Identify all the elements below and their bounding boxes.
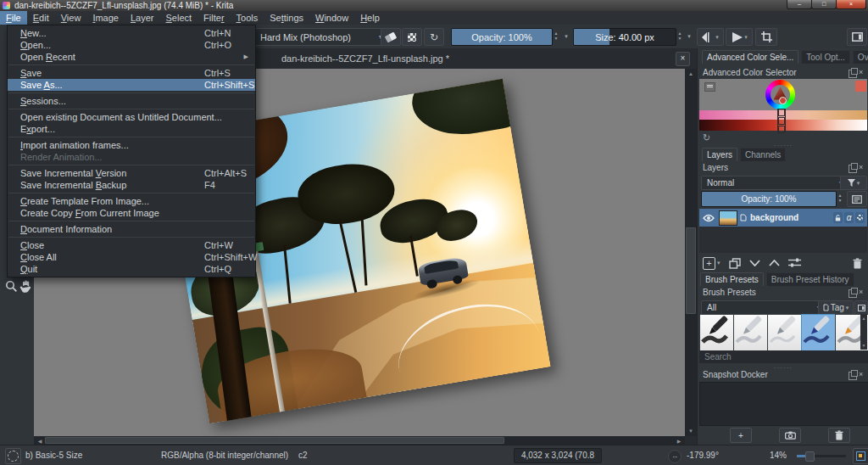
brush-preset-pen-ink-blue[interactable] [801, 314, 837, 351]
blend-mode-dropdown[interactable]: Hard Mix (Photoshop) ▾ [254, 28, 387, 46]
layer-options-button[interactable] [847, 191, 867, 207]
opacity-spinner[interactable]: ▲ ▼ [552, 28, 560, 44]
color-selector-canvas[interactable] [699, 79, 867, 110]
menubar-item-window[interactable]: Window [309, 11, 354, 25]
move-layer-down-button[interactable] [749, 260, 760, 266]
scroll-up-icon[interactable]: ▲ [860, 316, 867, 321]
fit-page-button[interactable] [853, 448, 868, 464]
tab-brush-presets[interactable]: Brush Presets [700, 272, 764, 286]
menu-item-save[interactable]: SaveCtrl+S [8, 67, 255, 79]
scroll-up-icon[interactable]: ▲ [685, 71, 697, 76]
workspace-chooser-button[interactable] [847, 28, 867, 46]
size-spinner[interactable]: ▲ ▼ [676, 28, 684, 44]
snapshot-list[interactable] [699, 382, 868, 426]
menubar-item-tools[interactable]: Tools [231, 11, 264, 25]
menubar-item-layer[interactable]: Layer [125, 11, 160, 25]
close-docker-icon[interactable]: × [859, 164, 865, 171]
reset-rotation-button[interactable]: ↔ [668, 450, 682, 463]
menu-item-save-as[interactable]: Save As...Ctrl+Shift+S [8, 79, 255, 91]
menu-item-open-existing-document-as-untitled-document[interactable]: Open existing Document as Untitled Docum… [8, 111, 255, 123]
tab-layers[interactable]: Layers [702, 148, 737, 161]
tag-button[interactable]: Tag ▾ [818, 300, 854, 315]
colorspace-label[interactable]: RGB/Alpha (8-bit integer/channel) [161, 445, 288, 465]
zoom-slider-thumb[interactable] [805, 451, 815, 462]
delete-layer-button[interactable] [853, 258, 862, 269]
menu-item-import-animation-frames[interactable]: Import animation frames... [8, 139, 255, 151]
menubar-item-file[interactable]: File [0, 11, 27, 25]
brush-search-input[interactable] [699, 350, 868, 363]
menubar-item-help[interactable]: Help [354, 11, 386, 25]
layer-thumbnail[interactable] [719, 210, 737, 226]
pan-tool-button[interactable] [19, 280, 31, 293]
float-docker-icon[interactable] [849, 70, 857, 78]
hue-ring[interactable] [765, 80, 795, 109]
reload-preset-button[interactable]: ↻ [424, 28, 444, 46]
preset-display-mode-button[interactable] [854, 300, 868, 315]
eraser-mode-button[interactable] [381, 28, 401, 46]
current-color-swatch[interactable] [855, 81, 866, 92]
scroll-down-icon[interactable]: ▼ [685, 429, 697, 434]
tab-channels[interactable]: Channels [740, 148, 786, 161]
menu-item-close-all[interactable]: Close AllCtrl+Shift+W [8, 251, 255, 263]
layer-properties-button[interactable] [788, 258, 801, 268]
close-docker-icon[interactable]: × [859, 371, 865, 378]
horizontal-scroll-thumb[interactable] [45, 437, 504, 444]
duplicate-layer-button[interactable] [729, 258, 741, 269]
menu-item-close[interactable]: CloseCtrl+W [8, 239, 255, 251]
layer-row-background[interactable]: background α [699, 209, 867, 227]
tab-brush-preset-history[interactable]: Brush Preset History [766, 272, 854, 286]
layer-inherit-alpha-toggle[interactable] [855, 212, 865, 223]
create-snapshot-button[interactable]: + [730, 428, 752, 443]
menu-item-open[interactable]: Open...Ctrl+O [8, 39, 255, 51]
refresh-colors-button[interactable]: ↻ [703, 132, 710, 143]
document-tab-close-button[interactable]: × [676, 52, 690, 66]
menu-item-open-recent[interactable]: Open Recent▶ [8, 51, 255, 63]
tab-advanced-color-selector[interactable]: Advanced Color Sele... [702, 50, 798, 64]
close-docker-icon[interactable]: × [859, 289, 865, 295]
menubar-item-edit[interactable]: Edit [27, 11, 55, 25]
tab-overview[interactable]: Over... [853, 50, 868, 64]
menu-item-save-incremental-backup[interactable]: Save Incremental BackupF4 [8, 179, 255, 191]
scroll-right-icon[interactable]: ▶ [675, 438, 683, 444]
opacity-options-caret[interactable]: ▾ [562, 28, 570, 44]
move-layer-up-button[interactable] [769, 260, 780, 266]
canvas-horizontal-scrollbar[interactable]: ◀ ▶ [34, 436, 685, 445]
brush-grid-scrollbar[interactable]: ▲ ▼ [860, 314, 867, 350]
minimize-button[interactable]: – [787, 0, 812, 9]
close-button[interactable]: × [836, 0, 866, 9]
layer-visibility-toggle[interactable] [703, 214, 715, 222]
scroll-left-icon[interactable]: ◀ [36, 438, 44, 444]
menubar-item-image[interactable]: Image [86, 11, 125, 25]
layer-filter-button[interactable]: ▾ [840, 176, 867, 190]
opacity-slider[interactable]: Opacity: 100% [451, 28, 553, 46]
mirror-horizontal-button[interactable]: ▾ [697, 28, 724, 46]
float-docker-icon[interactable] [849, 372, 857, 380]
zoom-tool-button[interactable] [5, 280, 18, 293]
canvas-vertical-scrollbar[interactable]: ▲ ▼ [685, 69, 697, 436]
layer-opacity-slider[interactable]: Opacity: 100% [701, 191, 837, 207]
menu-item-new[interactable]: New...Ctrl+N [8, 27, 255, 39]
size-options-caret[interactable]: ▾ [685, 28, 693, 44]
menubar-item-filter[interactable]: Filter [198, 11, 230, 25]
menubar-item-settings[interactable]: Settings [264, 11, 309, 25]
menu-item-document-information[interactable]: Document Information [8, 223, 255, 235]
menu-item-quit[interactable]: QuitCtrl+Q [8, 263, 255, 275]
menu-item-save-incremental-version[interactable]: Save Incremental VersionCtrl+Alt+S [8, 167, 255, 179]
preserve-alpha-button[interactable] [402, 28, 422, 46]
image-dimensions[interactable]: 4,032 x 3,024 (70.8 MiB) [514, 448, 602, 463]
scroll-down-icon[interactable]: ▼ [860, 343, 867, 348]
shade-slider-handle[interactable] [777, 109, 786, 132]
add-layer-button[interactable]: + ▾ [703, 257, 721, 270]
float-docker-icon[interactable] [849, 165, 857, 173]
menu-item-create-template-from-image[interactable]: Create Template From Image... [8, 195, 255, 207]
zoom-slider[interactable] [797, 455, 846, 457]
layer-blend-mode-dropdown[interactable]: Normal ▾ [701, 176, 847, 190]
tab-tool-options[interactable]: Tool Opt... [801, 50, 850, 64]
menu-item-export[interactable]: Export... [8, 123, 255, 135]
maximize-button[interactable]: □ [811, 0, 837, 9]
menu-item-sessions[interactable]: Sessions... [8, 95, 255, 107]
canvas-rotation-value[interactable]: -179.99° [687, 445, 719, 465]
brush-size-slider[interactable]: Size: 40.00 px [573, 28, 676, 46]
layer-alpha-lock-toggle[interactable]: α [844, 212, 854, 223]
brush-preset-pencil-black[interactable] [699, 314, 735, 351]
